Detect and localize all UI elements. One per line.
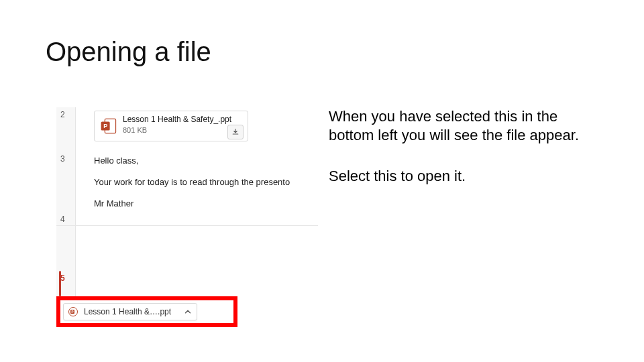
download-chip-label: Lesson 1 Health &….ppt (84, 307, 179, 316)
attachment-size: 801 KB (123, 126, 147, 134)
download-button[interactable] (227, 125, 244, 139)
active-slide-indicator (59, 271, 61, 296)
slide-number: 2 (60, 110, 65, 119)
powerpoint-file-icon: P (100, 117, 117, 135)
slide-number: 3 (60, 154, 65, 164)
download-icon (231, 128, 239, 136)
screenshot: 2 3 4 5 P Lesson 1 Health & Safety_.ppt … (56, 107, 318, 328)
slide: Opening a file 2 3 4 5 P Lesson 1 Health… (0, 0, 644, 362)
chevron-up-icon[interactable] (183, 307, 193, 316)
svg-text:P: P (103, 123, 107, 129)
thumbnail-rail: 2 3 4 5 (56, 107, 76, 296)
page-title: Opening a file (46, 37, 211, 67)
instruction-paragraph: When you have selected this in the botto… (329, 107, 597, 144)
svg-text:P: P (71, 310, 73, 314)
message-greeting: Hello class, (94, 156, 138, 166)
message-body: Your work for today is to read through t… (94, 177, 290, 187)
powerpoint-file-icon: P (68, 306, 78, 317)
downloaded-file-chip[interactable]: P Lesson 1 Health &….ppt (63, 303, 197, 320)
attachment-filename: Lesson 1 Health & Safety_.ppt (123, 115, 231, 124)
download-bar-highlight: P Lesson 1 Health &….ppt (56, 296, 237, 327)
divider (56, 225, 318, 226)
instruction-paragraph: Select this to open it. (329, 167, 597, 186)
slide-number: 4 (60, 215, 65, 224)
instruction-text: When you have selected this in the botto… (329, 107, 597, 208)
attachment-card[interactable]: P Lesson 1 Health & Safety_.ppt 801 KB (94, 111, 248, 141)
message-signature: Mr Mather (94, 198, 133, 208)
slide-number: 5 (60, 274, 65, 283)
